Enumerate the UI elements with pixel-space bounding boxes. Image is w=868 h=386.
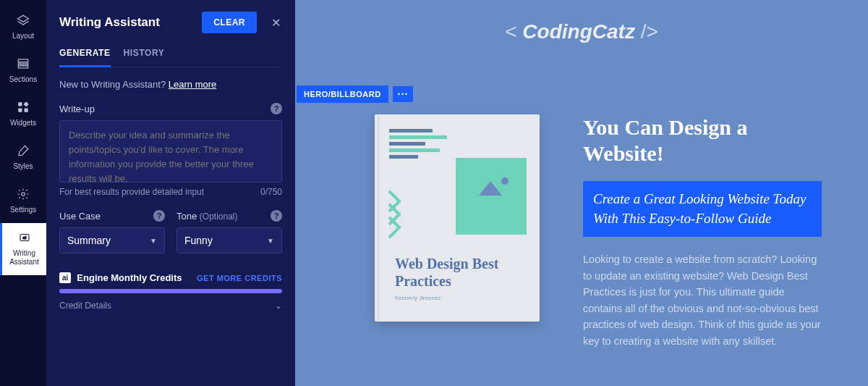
hero-body[interactable]: Looking to create a website from scratch… (583, 251, 822, 349)
svg-rect-3 (18, 66, 28, 68)
sections-icon (16, 56, 30, 71)
svg-text:ai: ai (22, 235, 26, 240)
rail-item-layout[interactable]: Layout (0, 6, 46, 49)
writing-assistant-panel: Writing Assistant CLEAR ✕ GENERATE HISTO… (46, 0, 295, 386)
rail-label: Sections (9, 75, 37, 84)
svg-rect-1 (18, 59, 28, 62)
help-icon[interactable]: ? (153, 210, 165, 222)
nav-rail: Layout Sections Widgets Styles Settings … (0, 0, 46, 386)
rail-item-writing-assistant[interactable]: ai Writing Assistant (0, 223, 46, 275)
svg-rect-4 (18, 102, 22, 106)
book-graphic: Web Design Best Practices Kimberly Jimen… (375, 114, 540, 322)
usecase-select[interactable]: Summary ▼ (59, 227, 165, 253)
rail-item-widgets[interactable]: Widgets (0, 93, 46, 136)
rail-item-settings[interactable]: Settings (0, 180, 46, 223)
svg-rect-6 (18, 109, 22, 112)
usecase-label: Use Case (59, 211, 101, 222)
close-icon[interactable]: ✕ (264, 13, 282, 33)
credits-label: Engine Monthly Credits (77, 272, 182, 283)
chevron-down-icon: ▼ (150, 237, 157, 245)
hint-prefix: New to Writing Assistant? (59, 79, 169, 90)
svg-rect-5 (23, 101, 28, 106)
book-author: Kimberly Jimenez (395, 295, 441, 301)
tab-generate[interactable]: GENERATE (59, 48, 111, 67)
svg-rect-7 (25, 109, 28, 112)
credit-progress (59, 289, 282, 293)
hero-section[interactable]: Web Design Best Practices Kimberly Jimen… (295, 100, 868, 364)
get-more-credits-link[interactable]: GET MORE CREDITS (197, 274, 282, 282)
writeup-label: Write-up (59, 104, 95, 114)
counter-hint: For best results provide detailed input (59, 187, 204, 197)
rail-item-styles[interactable]: Styles (0, 136, 46, 180)
learn-more-link[interactable]: Learn more (169, 79, 216, 90)
counter-row: For best results provide detailed input … (59, 187, 282, 197)
rail-label: Widgets (10, 119, 36, 127)
tabs: GENERATE HISTORY (59, 48, 282, 67)
layout-icon (16, 13, 30, 28)
widgets-icon (16, 100, 30, 114)
credits-row: ai Engine Monthly Credits GET MORE CREDI… (59, 272, 282, 283)
brush-icon (16, 143, 30, 158)
writeup-label-row: Write-up ? (59, 103, 282, 114)
preview-canvas[interactable]: < CodingCatz /> HERO/BILLBOARD ··· Web D… (295, 0, 868, 386)
svg-point-8 (22, 193, 25, 196)
hero-heading[interactable]: You Can Design a Website! (583, 114, 822, 167)
help-icon[interactable]: ? (271, 210, 282, 222)
svg-rect-2 (18, 63, 28, 64)
rail-label: Settings (10, 206, 36, 214)
usecase-value: Summary (67, 235, 111, 246)
ai-icon: ai (17, 230, 32, 245)
svg-point-12 (501, 177, 509, 185)
tone-select[interactable]: Funny ▼ (176, 227, 282, 253)
ai-badge: ai (59, 272, 71, 283)
hero-subheading[interactable]: Create a Great Looking Website Today Wit… (583, 181, 822, 237)
rail-label: Layout (12, 32, 34, 41)
svg-marker-11 (479, 181, 502, 196)
rail-label: Styles (13, 162, 33, 171)
tone-value: Funny (184, 235, 213, 246)
chevron-down-icon: ▼ (267, 237, 274, 245)
tab-history[interactable]: HISTORY (124, 48, 165, 67)
hero-text: You Can Design a Website! Create a Great… (583, 114, 822, 349)
image-placeholder-icon (473, 174, 516, 200)
tone-group: Tone (Optional) ? Funny ▼ (176, 210, 282, 253)
help-icon[interactable]: ? (271, 103, 282, 114)
rail-label: Writing Assistant (9, 249, 39, 267)
svg-marker-0 (18, 15, 29, 22)
credit-details-toggle[interactable]: Credit Details ⌄ (59, 301, 282, 311)
usecase-group: Use Case ? Summary ▼ (59, 210, 165, 253)
chevron-decor-icon (386, 188, 412, 242)
book-title: Web Design Best Practices (395, 255, 518, 290)
gear-icon (16, 187, 30, 201)
counter-value: 0/750 (260, 187, 282, 197)
panel-header: Writing Assistant CLEAR ✕ (59, 12, 282, 33)
clear-button[interactable]: CLEAR (202, 12, 257, 33)
chevron-down-icon: ⌄ (275, 301, 282, 311)
tone-label: Tone (Optional) (176, 211, 238, 222)
credit-details-label: Credit Details (59, 301, 111, 311)
book-decor-lines (389, 129, 454, 161)
panel-title: Writing Assistant (59, 15, 160, 30)
site-brand: < CodingCatz /> (295, 20, 868, 43)
rail-item-sections[interactable]: Sections (0, 49, 46, 93)
writeup-input[interactable] (59, 120, 282, 182)
hint-text: New to Writing Assistant? Learn more (59, 79, 282, 90)
